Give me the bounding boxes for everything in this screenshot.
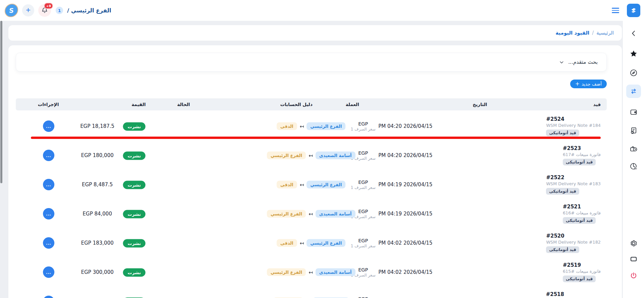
account-to-pill[interactable]: الدقى [277,181,297,189]
entry-value: EGP 183,000 [81,240,114,246]
status-badge: نشرت [123,268,145,277]
entry-number[interactable]: #2518 [546,291,564,297]
branch-count-badge: 1 [56,7,63,14]
table-row[interactable]: #2519 فاتورة مبيعات #615 قيد أتوماتيكى P… [16,259,607,286]
sidebar-item-favorites[interactable] [626,47,641,60]
table-row[interactable]: #2520 WSM Delivery Note #182 قيد أتوماتي… [16,230,607,256]
plus-icon: + [575,81,580,87]
entry-date: PM 04:02 2026/04/15 [378,240,432,246]
app-page: S + +9 1 الفرع الرئيسي / [0,0,644,298]
vertical-scrollbar[interactable] [0,21,2,183]
main-content-card: بحث متقدم... + أضف جديد قيد التاريخ العم… [8,45,622,298]
account-to-pill[interactable]: الفرع الرئيسي [267,152,306,159]
transfer-arrow-icon: ↤ [308,211,313,217]
entry-number[interactable]: #2523 [563,145,581,151]
topbar-right-group [612,0,619,21]
advanced-search-toggle[interactable]: بحث متقدم... [16,53,607,71]
sidebar-item-window[interactable] [626,252,641,266]
breadcrumb-home-link[interactable]: الرئيسية [596,30,614,36]
add-new-label: أضف جديد [582,81,602,87]
account-to-pill[interactable]: الدقى [277,122,297,130]
row-actions-button[interactable]: ... [43,150,54,161]
auto-entry-badge: قيد أتوماتيكى [546,130,579,136]
accounts-cell: الفرع الرئيسي ↤ الدقى [277,181,345,189]
table-row[interactable]: #2518 WSM Receiving Note #47 قيد أتوماتي… [16,288,607,298]
entry-cell: #2521 فاتورة مبيعات #616 قيد أتوماتيكى [563,204,601,224]
breadcrumb-card: الرئيسية / القيود اليومية [8,25,622,41]
sidebar-item-settings[interactable] [626,237,641,250]
auto-entry-badge: قيد أتوماتيكى [546,246,579,253]
entry-number[interactable]: #2520 [546,233,564,239]
entry-cell: #2524 WSM Delivery Note #184 قيد أتوماتي… [546,116,601,136]
row-actions-button[interactable]: ... [43,296,54,298]
transfers-icon [630,87,638,95]
account-to-pill[interactable]: الفرع الرئيسي [267,268,306,276]
transfer-arrow-icon: ↤ [300,240,304,246]
brand-s-icon [629,6,638,15]
actions-cell: ... [43,237,54,249]
app-square-logo[interactable] [627,4,640,17]
entry-cell: #2522 WSM Delivery Note #183 قيد أتوماتي… [546,175,601,195]
status-badge: نشرت [123,152,145,160]
wallet-icon [630,108,638,116]
topbar-left-group: S + +9 1 الفرع الرئيسي / [5,0,111,21]
exchange-rate: سعر الصرف 1 [351,244,376,248]
hamburger-menu-icon[interactable] [612,8,619,13]
entry-number[interactable]: #2519 [563,262,581,268]
sidebar-item-receiving-notes[interactable] [626,124,641,137]
auto-entry-badge: قيد أتوماتيكى [563,159,596,165]
add-new-button[interactable]: + أضف جديد [570,80,607,88]
entry-value: EGP 300,000 [81,269,114,275]
sidebar-logout-button[interactable] [626,269,641,282]
entry-date: PM 04:19 2026/04/15 [378,211,432,217]
entry-reference: WSM Delivery Note #183 [546,181,601,186]
accounts-cell: أسامة الصعيدى ↤ الفرع الرئيسي [267,268,355,276]
sidebar-collapse-button[interactable] [626,27,641,40]
table-row[interactable]: #2522 WSM Delivery Note #183 قيد أتوماتي… [16,171,607,198]
sidebar-item-wallet[interactable] [626,105,641,119]
account-to-pill[interactable]: الفرع الرئيسي [267,210,306,218]
transfer-arrow-icon: ↤ [308,152,313,158]
sidebar-item-work-history[interactable] [626,142,641,156]
briefcase-clock-icon [630,145,638,153]
transfer-arrow-icon: ↤ [300,123,304,129]
currency-code: EGP [358,150,368,156]
col-header-entry: قيد [593,102,601,107]
table-row[interactable]: #2521 فاتورة مبيعات #616 قيد أتوماتيكى P… [16,200,607,227]
actions-cell: ... [43,150,54,161]
quick-add-button[interactable]: + [22,4,34,16]
notifications-button[interactable]: +9 [38,4,51,17]
account-from-pill[interactable]: الفرع الرئيسي [306,239,345,247]
entry-number[interactable]: #2521 [563,204,581,210]
auto-entry-badge: قيد أتوماتيكى [563,217,596,224]
chevron-down-icon [559,60,564,65]
star-icon [630,50,638,58]
status-cell: نشرت [123,269,145,276]
status-cell: نشرت [123,152,145,159]
plus-icon: + [26,6,31,14]
account-from-pill[interactable]: الفرع الرئيسي [306,122,345,130]
account-from-pill[interactable]: الفرع الرئيسي [306,181,345,189]
account-from-pill[interactable]: أسامة الصعيدى [315,152,355,159]
sidebar-item-journal-entries[interactable] [626,85,641,98]
account-from-pill[interactable]: أسامة الصعيدى [315,268,355,276]
brand-round-logo[interactable]: S [4,4,19,17]
account-to-pill[interactable]: الدقى [277,239,297,247]
entry-number[interactable]: #2524 [546,116,564,122]
sidebar-item-explore[interactable] [626,66,641,80]
entry-number[interactable]: #2522 [546,175,564,181]
breadcrumb: الرئيسية / القيود اليومية [555,30,614,36]
account-from-pill[interactable]: أسامة الصعيدى [315,210,355,218]
branch-title[interactable]: الفرع الرئيسي / [67,7,111,14]
row-actions-button[interactable]: ... [43,120,54,132]
settings-gear-icon [630,239,638,247]
row-actions-button[interactable]: ... [43,179,54,190]
row-actions-button[interactable]: ... [43,266,54,278]
table-row[interactable]: #2523 فاتورة مبيعات #617 قيد أتوماتيكى P… [16,142,607,169]
table-row[interactable]: #2524 WSM Delivery Note #184 قيد أتوماتي… [16,113,607,140]
entry-date: PM 04:20 2026/04/15 [378,152,432,158]
currency-code: EGP [358,238,368,243]
row-actions-button[interactable]: ... [43,208,54,219]
row-actions-button[interactable]: ... [43,237,54,249]
sidebar-item-reports[interactable] [626,160,641,173]
